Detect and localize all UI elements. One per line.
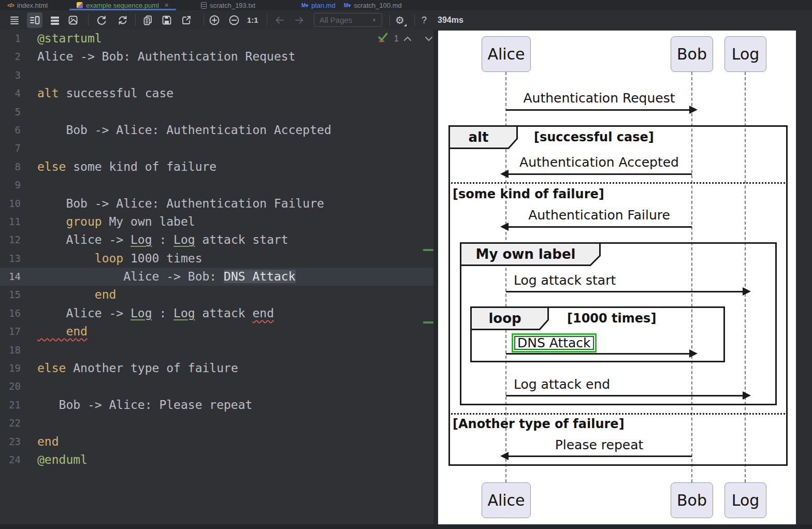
help-button[interactable]: ? — [416, 12, 432, 28]
sync-icon — [117, 14, 128, 26]
close-icon[interactable]: ✕ — [164, 2, 169, 9]
preview-toolbar: 1:1 All Pages ▼ ⚙ ? — [0, 10, 812, 30]
code-text: @startuml — [21, 30, 102, 48]
code-text: Alice -> Log : Log attack start — [21, 231, 288, 249]
zoom-in-icon — [208, 14, 221, 26]
vcs-change-marker — [423, 249, 433, 251]
tab-index-html[interactable]: </>index.html — [7, 0, 48, 10]
code-line[interactable]: 12 Alice -> Log : Log attack start — [0, 231, 433, 249]
message-arrow — [506, 353, 690, 355]
code-line[interactable]: 5 — [0, 103, 433, 121]
tab-scratch-193-txt[interactable]: scratch_193.txt — [201, 0, 255, 10]
tab-bar: </>index.htmlexample sequence.puml✕scrat… — [0, 0, 812, 10]
image-view-button[interactable] — [65, 12, 81, 28]
line-number: 22 — [0, 414, 21, 432]
code-line[interactable]: 23end — [0, 433, 433, 451]
message-arrow — [506, 395, 743, 396]
code-line[interactable]: 22 — [0, 414, 433, 432]
zoom-out-button[interactable] — [226, 12, 242, 28]
inspections-widget[interactable]: 1 — [377, 32, 433, 46]
code-line[interactable]: 2Alice -> Bob: Authentication Request — [0, 48, 433, 66]
code-line[interactable]: 16 Alice -> Log : Log attack end — [0, 304, 433, 322]
code-text: alt successful case — [21, 84, 173, 102]
code-line[interactable]: 6 Bob -> Alice: Authentication Accepted — [0, 121, 433, 139]
export-button[interactable] — [179, 12, 194, 28]
save-diagram-button[interactable] — [159, 12, 175, 28]
code-text: loop 1000 times — [21, 249, 202, 268]
refresh-icon — [96, 14, 107, 26]
code-editor[interactable]: 1@startuml2Alice -> Bob: Authentication … — [0, 30, 433, 524]
participant-box-bob: Bob — [671, 482, 713, 518]
chevron-down-icon[interactable] — [425, 34, 433, 43]
arrowhead-left — [500, 452, 509, 460]
participant-box-log: Log — [724, 36, 766, 72]
alt-condition-1: [successful case] — [534, 130, 654, 144]
message-label: Log attack end — [514, 377, 610, 392]
code-line[interactable]: 7 — [0, 139, 433, 157]
editor-scrollbar[interactable] — [433, 30, 438, 524]
code-line[interactable]: 9 — [0, 176, 433, 194]
code-line[interactable]: 4alt successful case — [0, 84, 433, 102]
split-view-icon — [29, 14, 40, 26]
next-page-button[interactable] — [292, 12, 307, 28]
refresh-button[interactable] — [94, 12, 109, 28]
code-text: Bob -> Alice: Authentication Accepted — [21, 121, 331, 139]
export-icon — [181, 14, 192, 26]
markdown-file-icon: M▾ — [301, 3, 308, 8]
tab-scratch-100-md[interactable]: M▾scratch_100.md — [344, 0, 402, 10]
code-line[interactable]: 11 group My own label — [0, 213, 433, 231]
zoom-in-button[interactable] — [207, 12, 222, 28]
line-number: 15 — [0, 286, 21, 304]
code-text: end — [21, 286, 116, 304]
toolbar-separator — [135, 14, 136, 26]
code-line[interactable]: 10 Bob -> Alice: Authentication Failure — [0, 195, 433, 213]
participant-box-alice: Alice — [482, 36, 531, 72]
code-text: @enduml — [21, 451, 88, 469]
code-text: Bob -> Alice: Please repeat — [21, 396, 252, 414]
help-icon: ? — [422, 15, 427, 26]
zoom-ratio-button[interactable]: 1:1 — [247, 10, 258, 30]
code-line[interactable]: 18 — [0, 341, 433, 359]
code-line[interactable]: 20 — [0, 377, 433, 395]
editor-only-view-button[interactable] — [7, 12, 22, 28]
tab-label: index.html — [17, 2, 48, 9]
tab-label: scratch_193.txt — [210, 2, 255, 9]
code-line[interactable]: 13 loop 1000 times — [0, 249, 433, 268]
participant-box-log: Log — [724, 482, 766, 518]
toolbar-separator — [267, 14, 267, 26]
prev-page-button[interactable] — [272, 12, 287, 28]
message-arrow — [506, 291, 743, 292]
message-label: Please repeat — [506, 437, 692, 452]
code-line[interactable]: 24@enduml — [0, 451, 433, 469]
copy-diagram-button[interactable] — [140, 12, 155, 28]
code-line[interactable]: 21 Bob -> Alice: Please repeat — [0, 396, 433, 414]
code-line[interactable]: 14 Alice -> Bob: DNS Attack — [0, 268, 433, 286]
chevron-up-icon[interactable] — [403, 34, 412, 43]
line-number: 21 — [0, 396, 21, 414]
arrowhead-right — [743, 391, 751, 400]
alt-divider — [448, 413, 788, 415]
code-line[interactable]: 19else Another type of failure — [0, 359, 433, 377]
line-number: 5 — [0, 103, 21, 121]
preview-only-view-button[interactable] — [47, 12, 63, 28]
auto-refresh-button[interactable] — [115, 12, 130, 28]
problem-count: 1 — [394, 34, 399, 43]
tab-plan-md[interactable]: M▾plan.md — [301, 0, 336, 10]
code-line[interactable]: 8else some kind of failure — [0, 158, 433, 176]
split-view-button[interactable] — [27, 12, 42, 28]
settings-button[interactable]: ⚙ — [392, 12, 408, 28]
line-number: 23 — [0, 433, 21, 451]
plantuml-ide-window: </>index.htmlexample sequence.puml✕scrat… — [0, 0, 812, 529]
line-number: 17 — [0, 322, 21, 341]
all-pages-dropdown[interactable]: All Pages ▼ — [314, 13, 382, 27]
code-line[interactable]: 17 end — [0, 322, 433, 341]
code-line[interactable]: 1@startuml — [0, 30, 433, 48]
loop-condition: [1000 times] — [567, 311, 656, 326]
zoom-out-icon — [228, 14, 240, 26]
line-number: 3 — [0, 66, 21, 84]
participant-box-bob: Bob — [671, 36, 713, 72]
code-text: end — [21, 433, 59, 451]
code-line[interactable]: 15 end — [0, 286, 433, 304]
code-line[interactable]: 3 — [0, 66, 433, 84]
tab-example-sequence-puml[interactable]: example sequence.puml✕ — [77, 0, 169, 10]
